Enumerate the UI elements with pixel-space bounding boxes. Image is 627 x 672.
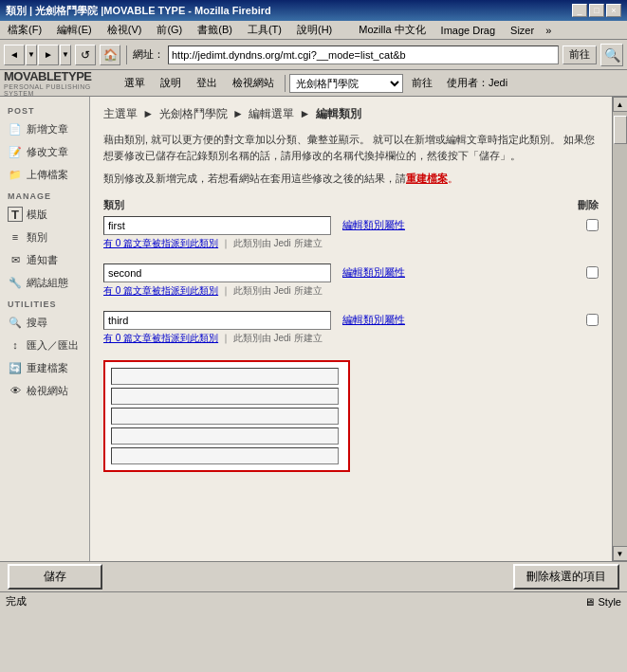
col-category-label: 類別: [103, 198, 124, 212]
sidebar-item-search[interactable]: 🔍 搜尋: [0, 311, 89, 334]
forward-button[interactable]: ►: [38, 45, 59, 65]
window-titlebar: 類別 | 光劍格鬥學院 |MOVABLE TYPE - Mozilla Fire…: [0, 0, 627, 21]
new-category-input-3[interactable]: [111, 408, 339, 425]
sidebar-item-config[interactable]: 🔧 網誌組態: [0, 271, 89, 294]
minimize-button[interactable]: _: [572, 4, 587, 17]
sidebar-item-rebuild[interactable]: 🔄 重建檔案: [0, 356, 89, 379]
scroll-up-button[interactable]: ▲: [613, 97, 628, 112]
menu-bar: 檔案(F) 編輯(E) 檢視(V) 前(G) 書籤(B) 工具(T) 說明(H)…: [0, 21, 627, 40]
status-bar: 完成 🖥 Style: [0, 591, 627, 610]
sidebar-label-templates: 模版: [27, 208, 47, 222]
new-category-input-4[interactable]: [111, 427, 339, 445]
menu-edit[interactable]: 編輯(E): [53, 22, 96, 38]
new-article-icon: 📄: [8, 121, 23, 136]
address-input[interactable]: [168, 45, 559, 64]
delete-checkbox-second[interactable]: [586, 266, 599, 279]
sidebar-item-import-export[interactable]: ↕ 匯入／匯出: [0, 334, 89, 356]
new-category-input-5[interactable]: [111, 447, 339, 464]
sidebar-item-templates[interactable]: T 模版: [0, 203, 89, 226]
ext-link-mozilla[interactable]: Mozilla 中文化: [359, 23, 425, 37]
home-button[interactable]: 🏠: [100, 45, 120, 65]
sidebar-item-new-article[interactable]: 📄 新增文章: [0, 118, 89, 140]
address-bar-container: 網址： 前往: [133, 45, 597, 64]
menu-help[interactable]: 說明(H): [293, 22, 336, 38]
sidebar: POST 📄 新增文章 📝 修改文章 📁 上傳檔案 MANAGE T 模版 ≡ …: [0, 97, 90, 561]
reload-button[interactable]: ↺: [75, 45, 96, 65]
close-button[interactable]: ×: [606, 4, 621, 17]
nav-help-btn[interactable]: 說明: [154, 73, 188, 94]
breadcrumb-sep3: ►: [299, 107, 313, 120]
back-dropdown[interactable]: ▼: [26, 45, 37, 65]
scroll-down-button[interactable]: ▼: [613, 546, 628, 561]
ext-link-sizer[interactable]: Sizer: [510, 25, 534, 36]
articles-link-first[interactable]: 有 0 篇文章被指派到此類別: [103, 238, 218, 248]
sidebar-item-edit-article[interactable]: 📝 修改文章: [0, 140, 89, 163]
menu-bookmarks[interactable]: 書籤(B): [194, 22, 236, 38]
articles-link-second[interactable]: 有 0 篇文章被指派到此類別: [103, 285, 218, 296]
delete-selected-button[interactable]: 刪除核選的項目: [513, 564, 619, 590]
menu-go[interactable]: 前(G): [153, 22, 186, 38]
ext-link-imagedrag[interactable]: Image Drag: [441, 25, 495, 36]
config-icon: 🔧: [8, 275, 23, 290]
site-select[interactable]: 光劍格鬥學院: [289, 74, 403, 93]
sidebar-item-upload[interactable]: 📁 上傳檔案: [0, 163, 89, 186]
nav-logout-btn[interactable]: 登出: [190, 73, 224, 94]
category-input-row-third: 編輯類別屬性: [103, 311, 599, 330]
back-button[interactable]: ◄: [4, 45, 25, 65]
scroll-track[interactable]: [613, 112, 627, 546]
breadcrumb-sep1: ►: [142, 107, 157, 120]
forward-dropdown[interactable]: ▼: [60, 45, 71, 65]
nav-arrows[interactable]: ◄ ▼ ► ▼: [4, 45, 71, 65]
address-label: 網址：: [133, 47, 164, 62]
scroll-thumb[interactable]: [614, 116, 627, 144]
category-input-third[interactable]: [103, 311, 331, 330]
templates-icon: T: [8, 207, 23, 222]
sidebar-manage-label: MANAGE: [0, 186, 89, 203]
nav-separator: [285, 75, 286, 92]
window-title: 類別 | 光劍格鬥學院 |MOVABLE TYPE - Mozilla Fire…: [6, 4, 271, 18]
menu-view[interactable]: 檢視(V): [103, 22, 146, 38]
browser-toolbar: ◄ ▼ ► ▼ ↺ 🏠 網址： 前往 🔍: [0, 40, 627, 70]
site-go-btn[interactable]: 前往: [405, 73, 439, 94]
maximize-button[interactable]: □: [589, 4, 604, 17]
sidebar-item-view-site[interactable]: 👁 檢視網站: [0, 379, 89, 402]
delete-checkbox-third[interactable]: [586, 314, 599, 326]
description-text: 藉由類別, 就可以更方便的對文章加以分類、彙整並顯示。 就可以在新增或編輯文章時…: [103, 132, 599, 163]
new-category-input-2[interactable]: [111, 388, 339, 405]
breadcrumb-manage[interactable]: 編輯選單: [249, 107, 294, 120]
status-right: 🖥 Style: [584, 596, 621, 608]
scrollbar[interactable]: ▲ ▼: [612, 97, 627, 561]
category-meta-second: 有 0 篇文章被指派到此類別 ｜ 此類別由 Jedi 所建立: [103, 284, 599, 298]
category-input-first[interactable]: [103, 216, 331, 235]
breadcrumb-current: 編輯類別: [316, 107, 361, 120]
go-button[interactable]: 前往: [562, 45, 597, 64]
menu-file[interactable]: 檔案(F): [4, 22, 46, 38]
save-button[interactable]: 儲存: [8, 564, 102, 590]
mt-logo-small: MOVABLETYPE PERSONAL PUBLISHING SYSTEM: [4, 69, 108, 97]
rebuild-link[interactable]: 重建檔案: [406, 173, 448, 184]
category-input-second[interactable]: [103, 263, 331, 282]
user-label: 使用者：Jedi: [447, 76, 507, 90]
window-controls[interactable]: _ □ ×: [572, 4, 621, 17]
sidebar-item-categories[interactable]: ≡ 類別: [0, 226, 89, 248]
section-header: 類別 刪除: [103, 198, 599, 212]
sidebar-label-upload: 上傳檔案: [27, 168, 68, 182]
sidebar-utilities-label: UTILITIES: [0, 294, 89, 311]
search-icon[interactable]: 🔍: [600, 44, 623, 66]
bottom-bar: 儲存 刪除核選的項目: [0, 561, 627, 591]
breadcrumb-site[interactable]: 光劍格鬥學院: [159, 107, 228, 120]
nav-viewsite-btn[interactable]: 檢視網站: [226, 73, 281, 94]
edit-link-third[interactable]: 編輯類別屬性: [342, 313, 405, 327]
articles-link-third[interactable]: 有 0 篇文章被指派到此類別: [103, 333, 218, 343]
edit-link-second[interactable]: 編輯類別屬性: [342, 265, 405, 280]
main-content: 主選單 ► 光劍格鬥學院 ► 編輯選單 ► 編輯類別 藉由類別, 就可以更方便的…: [90, 97, 612, 561]
new-category-input-1[interactable]: [111, 368, 339, 385]
breadcrumb-main[interactable]: 主選單: [103, 107, 138, 120]
ext-link-more[interactable]: »: [545, 25, 551, 36]
nav-menu-btn[interactable]: 選單: [118, 73, 152, 94]
menu-tools[interactable]: 工具(T): [244, 22, 286, 38]
edit-link-first[interactable]: 編輯類別屬性: [342, 218, 405, 232]
delete-checkbox-first[interactable]: [586, 219, 599, 231]
sidebar-item-notifications[interactable]: ✉ 通知書: [0, 248, 89, 271]
sidebar-label-view-site: 檢視網站: [27, 384, 68, 398]
